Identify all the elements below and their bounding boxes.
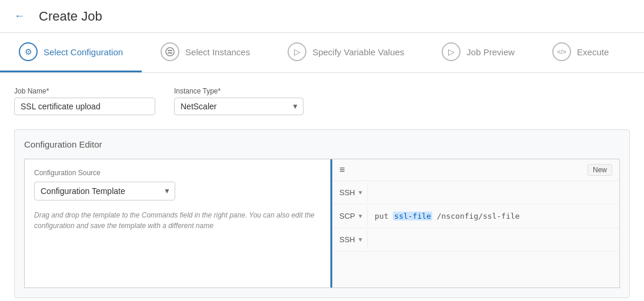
command-type-ssh-1[interactable]: SSH ▼ [332,183,368,202]
right-pane: ≡ New Convert to Variable SSH ▼ [331,159,619,287]
command-content-ssh-1 [368,188,619,198]
config-editor-title: Configuration Editor [24,139,620,149]
tab-job-preview[interactable]: ▷ Job Preview [423,33,533,72]
command-type-scp[interactable]: SCP ▼ [332,207,368,225]
tab-navigation: ⚙ Select Configuration Select Instances … [0,33,644,73]
instance-type-group: Instance Type* NetScaler Other ▼ [174,87,303,115]
command-row-scp: SCP ▼ put ssl-file /nsconfig/ssl-file [332,205,619,228]
editor-layout: Configuration Source Configuration Templ… [24,159,620,288]
right-pane-header: ≡ New [332,159,619,181]
tab-config-icon: ⚙ [19,42,38,61]
command-row-ssh-1: SSH ▼ [332,181,619,205]
tab-select-instances[interactable]: Select Instances [142,33,269,72]
svg-rect-2 [168,52,172,53]
instance-type-label: Instance Type* [174,87,303,95]
config-editor-section: Configuration Editor Configuration Sourc… [14,129,630,298]
page-title: Create Job [39,9,102,24]
command-content-ssh-2 [368,235,619,245]
svg-point-0 [166,48,174,56]
page-header: ← Create Job [0,0,644,33]
new-badge: New [588,164,612,176]
job-name-label: Job Name* [14,87,155,95]
command-content-scp: put ssl-file /nsconfig/ssl-file [368,207,619,225]
main-content: Job Name* Instance Type* NetScaler Other… [0,73,644,301]
ssh-2-dropdown-icon: ▼ [358,236,363,243]
form-row: Job Name* Instance Type* NetScaler Other… [14,87,630,115]
config-source-select[interactable]: Configuration Template Direct Input [34,182,175,200]
left-pane: Configuration Source Configuration Templ… [25,159,331,287]
config-source-label: Configuration Source [34,169,321,177]
tab-execute-icon: </> [552,42,571,61]
tab-select-configuration[interactable]: ⚙ Select Configuration [0,33,142,72]
instance-type-select[interactable]: NetScaler Other [174,98,303,115]
config-source-select-wrapper: Configuration Template Direct Input ▼ [34,182,175,200]
ssh-1-dropdown-icon: ▼ [358,189,363,196]
tab-specify-variables[interactable]: ▷ Specify Variable Values [269,33,423,72]
tab-preview-icon: ▷ [442,42,461,61]
hamburger-icon[interactable]: ≡ [339,165,345,175]
tab-execute[interactable]: </> Execute [533,33,628,72]
instance-type-select-wrapper: NetScaler Other ▼ [174,98,303,115]
tab-variables-icon: ▷ [288,42,306,61]
command-rows: SSH ▼ SCP ▼ put ssl-file /nsconfig/ssl-f… [332,181,619,252]
svg-rect-1 [168,50,172,51]
job-name-input[interactable] [14,98,155,115]
command-row-ssh-2: SSH ▼ [332,228,619,252]
command-type-ssh-2[interactable]: SSH ▼ [332,230,368,249]
scp-dropdown-icon: ▼ [358,213,363,219]
ssl-file-highlight: ssl-file [393,212,432,220]
tab-instances-icon [161,42,179,61]
config-help-text: Drag and drop the template to the Comman… [34,210,321,231]
job-name-group: Job Name* [14,87,155,115]
back-button[interactable]: ← [9,8,29,25]
